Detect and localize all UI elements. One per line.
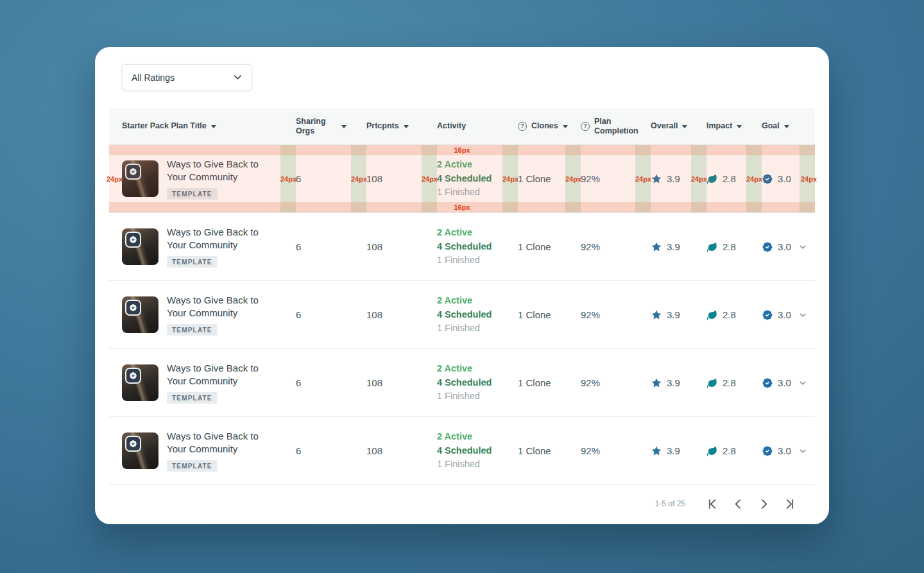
table-row[interactable]: Ways to Give Back to Your Community TEMP… [109,417,815,485]
impact-rating-cell: 2.8 [691,241,746,253]
activity-active: 2 Active [437,430,502,444]
activity-finished: 1 Finished [437,458,502,472]
activity-active: 2 Active [437,158,502,172]
activity-active: 2 Active [437,294,502,308]
plan-title-block: Ways to Give Back to Your Community TEMP… [167,362,280,404]
template-badge: TEMPLATE [167,460,218,472]
verified-badge-icon [125,164,141,180]
page-range-label: 1-5 of 25 [655,499,685,508]
header-overall[interactable]: Overall [635,121,691,131]
pagination-bar: 1-5 of 25 [109,485,815,522]
plan-title: Ways to Give Back to Your Community [167,226,280,252]
goal-badge-icon [762,241,773,253]
participants-value: 108 [351,241,422,252]
plan-thumbnail [122,160,158,197]
overall-rating-value: 3.9 [667,309,680,320]
overall-rating-cell: 3.9 [635,173,691,185]
star-icon [651,173,662,185]
sort-caret-icon [737,125,742,128]
star-icon [651,309,662,321]
plan-thumbnail [122,228,158,265]
help-icon[interactable]: ? [581,122,590,131]
plan-title-cell: Ways to Give Back to Your Community TEMP… [109,226,280,268]
table-header-row: Starter Pack Plan Title Sharing Orgs Prt… [109,108,815,145]
chevron-down-icon[interactable] [799,447,807,455]
template-badge: TEMPLATE [167,188,218,200]
participants-value: 108 [351,445,422,456]
participants-value: 108 [351,173,422,184]
table-row[interactable]: Ways to Give Back to Your Community TEMP… [109,145,815,213]
clones-value: 1 Clone [502,173,565,184]
verified-badge-icon [125,232,141,248]
header-goal[interactable]: Goal [746,121,815,131]
header-prtcpnts[interactable]: Prtcpnts [351,121,422,131]
plan-title-block: Ways to Give Back to Your Community TEMP… [167,294,280,336]
participants-value: 108 [351,377,422,388]
overall-rating-cell: 3.9 [635,309,691,321]
ratings-filter-dropdown[interactable]: All Ratings [122,64,252,90]
clones-value: 1 Clone [502,377,565,388]
last-page-button[interactable] [776,491,802,517]
leaf-icon [706,173,718,185]
star-icon [651,445,662,457]
plan-title-cell: Ways to Give Back to Your Community TEMP… [109,362,280,404]
content-card: All Ratings Starter Pack Plan Title Shar… [95,47,829,524]
goal-rating-value: 3.0 [778,309,791,320]
chevron-down-icon[interactable] [799,379,807,387]
plan-thumbnail [122,296,158,333]
activity-scheduled: 4 Scheduled [437,376,502,390]
sharing-orgs-value: 6 [280,377,351,388]
header-activity[interactable]: Activity [422,121,502,131]
sharing-orgs-value: 6 [280,241,351,252]
goal-rating-value: 3.0 [778,241,791,252]
plan-completion-value: 92% [565,241,635,252]
header-impact[interactable]: Impact [691,121,746,131]
verified-badge-icon [125,300,141,316]
table-row[interactable]: Ways to Give Back to Your Community TEMP… [109,213,815,281]
plan-title: Ways to Give Back to Your Community [167,294,280,320]
header-plan-completion[interactable]: ? Plan Completion [565,117,635,136]
redline-vertical-band: 16px [109,202,815,212]
plan-title-cell: Ways to Give Back to Your Community TEMP… [109,430,280,472]
chevron-down-icon[interactable] [799,243,807,251]
header-plan-title[interactable]: Starter Pack Plan Title [109,121,280,131]
plan-title-cell: Ways to Give Back to Your Community TEMP… [109,294,280,336]
plan-title-block: Ways to Give Back to Your Community TEMP… [167,158,280,200]
activity-finished: 1 Finished [437,185,502,200]
table-row[interactable]: Ways to Give Back to Your Community TEMP… [109,281,815,349]
activity-active: 2 Active [437,226,502,240]
goal-badge-icon [762,445,773,457]
previous-page-button[interactable] [725,491,751,517]
help-icon[interactable]: ? [518,122,527,131]
next-page-button[interactable] [751,491,776,517]
overall-rating-cell: 3.9 [635,241,691,253]
activity-finished: 1 Finished [437,389,502,404]
table-row[interactable]: Ways to Give Back to Your Community TEMP… [109,349,815,417]
activity-cell: 2 Active 4 Scheduled 1 Finished [422,362,502,404]
sort-caret-icon [682,125,687,128]
leaf-icon [706,445,718,457]
sort-caret-icon [341,125,346,128]
plan-completion-value: 92% [565,309,635,320]
first-page-button[interactable] [699,491,725,517]
goal-badge-icon [762,173,773,185]
plan-title-block: Ways to Give Back to Your Community TEMP… [167,226,280,268]
header-sharing-orgs[interactable]: Sharing Orgs [280,117,351,136]
activity-cell: 2 Active 4 Scheduled 1 Finished [422,158,502,200]
impact-rating-cell: 2.8 [691,445,746,457]
sort-caret-icon [404,125,409,128]
chevron-down-icon[interactable] [799,311,807,319]
goal-rating-value: 3.0 [778,173,791,184]
clones-value: 1 Clone [502,241,565,252]
impact-rating-cell: 2.8 [691,377,746,389]
goal-rating-value: 3.0 [778,445,791,456]
table-body: Ways to Give Back to Your Community TEMP… [109,145,815,485]
overall-rating-value: 3.9 [667,241,680,252]
activity-scheduled: 4 Scheduled [437,172,502,186]
template-badge: TEMPLATE [167,392,218,404]
star-icon [651,241,662,253]
header-clones[interactable]: ? Clones [502,121,565,131]
template-badge: TEMPLATE [167,256,218,268]
sharing-orgs-value: 6 [280,445,351,456]
impact-rating-value: 2.8 [723,445,736,456]
